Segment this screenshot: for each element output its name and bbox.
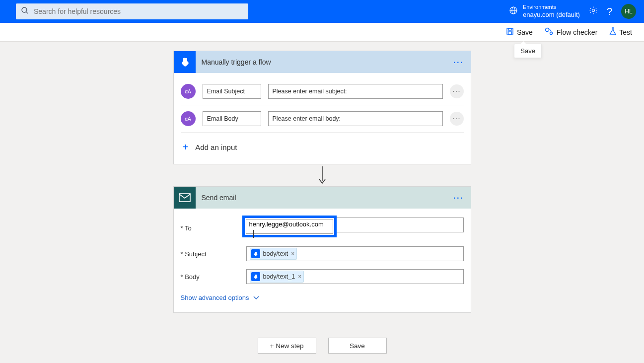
svg-point-11 (183, 58, 186, 61)
text-type-icon: αA (181, 84, 196, 99)
text-type-icon: αA (181, 111, 196, 126)
to-value: henry.legge@outlook.com (249, 220, 324, 228)
save-label: Save (517, 28, 533, 36)
flow-checker-label: Flow checker (557, 28, 597, 36)
to-field[interactable]: henry.legge@outlook.com (246, 219, 333, 234)
svg-point-0 (22, 7, 27, 12)
gear-icon[interactable] (589, 6, 598, 17)
env-label: Environments (523, 4, 580, 11)
token-remove-icon[interactable]: × (291, 250, 294, 257)
save-icon (506, 27, 514, 37)
top-header: Environments enayu.com (default) ? HL (0, 0, 644, 23)
globe-icon (509, 6, 518, 17)
toolbar: Save Flow checker Test Save (0, 23, 644, 42)
input-value-field[interactable]: Please enter email body: (268, 111, 443, 126)
flow-canvas: Manually trigger a flow ··· αA Please en… (0, 42, 644, 354)
subject-row: * Subject body/text × (181, 242, 464, 265)
test-icon (609, 27, 616, 37)
flow-checker-button[interactable]: Flow checker (545, 27, 597, 37)
trigger-card: Manually trigger a flow ··· αA Please en… (173, 51, 471, 164)
to-label: * To (181, 224, 246, 232)
test-button[interactable]: Test (609, 27, 632, 37)
token-label: body/text (263, 250, 288, 257)
flow-checker-icon (545, 27, 554, 37)
svg-rect-8 (508, 32, 511, 34)
action-body: * To henry.legge@outlook.com * Subject (174, 209, 471, 312)
body-field[interactable]: body/text_1 × (246, 269, 464, 284)
input-name-field[interactable] (203, 84, 261, 99)
action-card-header[interactable]: Send email ··· (174, 187, 471, 209)
token-remove-icon[interactable]: × (298, 273, 301, 280)
subject-label: * Subject (181, 250, 246, 258)
svg-rect-13 (179, 194, 190, 202)
trigger-title: Manually trigger a flow (202, 58, 453, 66)
to-row: * To henry.legge@outlook.com (181, 214, 464, 242)
search-icon (21, 6, 29, 16)
add-input-button[interactable]: + Add an input (181, 133, 464, 164)
trigger-input-row: αA Please enter email body: ··· (181, 105, 464, 133)
input-value-field[interactable]: Please enter email subject: (268, 84, 443, 99)
save-tooltip: Save (514, 44, 542, 58)
input-row-more-icon[interactable]: ··· (450, 112, 464, 126)
token-icon (251, 249, 260, 258)
search-box[interactable] (16, 3, 248, 19)
advanced-options-label: Show advanced options (181, 294, 249, 301)
input-name-field[interactable] (203, 111, 261, 126)
bottom-buttons: + New step Save (173, 338, 471, 354)
action-title: Send email (202, 194, 453, 202)
subject-field[interactable]: body/text × (246, 246, 464, 261)
trigger-card-header[interactable]: Manually trigger a flow ··· (174, 51, 471, 73)
environment-picker[interactable]: Environments enayu.com (default) (509, 4, 580, 19)
trigger-icon (174, 51, 196, 73)
svg-point-5 (592, 9, 594, 12)
body-row: * Body body/text_1 × (181, 265, 464, 288)
body-label: * Body (181, 273, 246, 281)
svg-rect-7 (508, 28, 511, 30)
svg-line-1 (26, 12, 28, 13)
input-row-more-icon[interactable]: ··· (450, 84, 464, 98)
trigger-more-icon[interactable]: ··· (453, 60, 463, 65)
dynamic-token[interactable]: body/text × (250, 248, 297, 260)
search-input[interactable] (34, 7, 243, 15)
avatar[interactable]: HL (621, 4, 636, 19)
trigger-body: αA Please enter email subject: ··· αA Pl… (174, 73, 471, 164)
save-button[interactable]: Save (506, 27, 533, 37)
plus-icon: + (183, 142, 189, 153)
new-step-button[interactable]: + New step (258, 338, 316, 354)
header-right: Environments enayu.com (default) ? HL (509, 4, 636, 19)
svg-point-10 (550, 32, 552, 35)
svg-rect-6 (507, 28, 513, 34)
chevron-down-icon (253, 294, 259, 301)
advanced-options-toggle[interactable]: Show advanced options (181, 288, 464, 310)
add-input-label: Add an input (195, 143, 237, 151)
token-icon (251, 272, 260, 281)
token-label: body/text_1 (263, 273, 295, 280)
arrow-connector (173, 164, 471, 186)
help-icon[interactable]: ? (607, 6, 612, 17)
trigger-input-row: αA Please enter email subject: ··· (181, 78, 464, 105)
action-card: Send email ··· * To henry.legge@outlook.… (173, 186, 471, 313)
svg-point-9 (545, 28, 549, 32)
mail-icon (174, 187, 196, 209)
text-cursor (253, 230, 254, 238)
test-label: Test (619, 28, 632, 36)
action-more-icon[interactable]: ··· (453, 196, 463, 200)
dynamic-token[interactable]: body/text_1 × (250, 271, 304, 283)
save-flow-button[interactable]: Save (328, 338, 387, 354)
env-name: enayu.com (default) (523, 11, 580, 19)
